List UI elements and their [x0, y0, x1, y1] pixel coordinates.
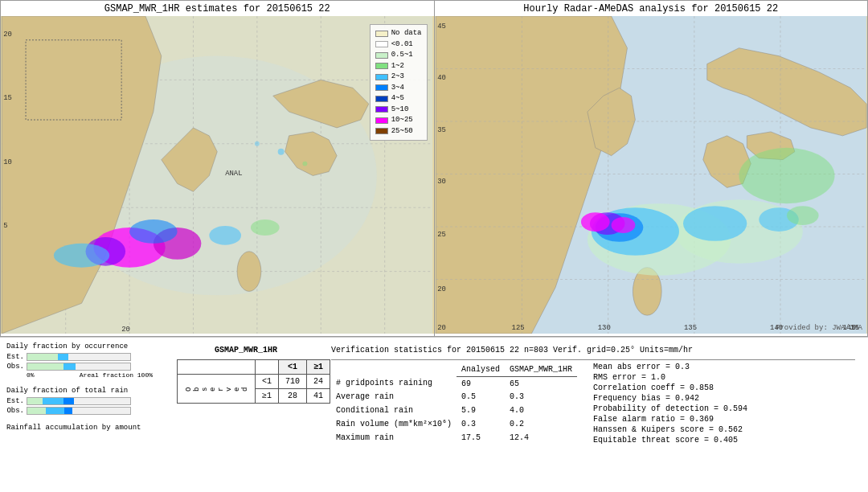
chart-title-1: Daily fraction by occurrence — [6, 342, 167, 351]
legend-label-3-4: 3~4 — [391, 83, 404, 94]
legend-color-5-10 — [375, 106, 388, 113]
svg-text:130: 130 — [597, 324, 610, 332]
stat-ets: Equitable threat score = 0.405 — [593, 436, 747, 445]
contingency-panel: GSMAP_MWR_1HR <1 ≥1 Observed <1 710 24 ≥… — [174, 342, 318, 487]
stat-hk: Hanssen & Kuipers score = 0.562 — [593, 425, 747, 434]
stat-corr: Correlation coeff = 0.858 — [593, 383, 747, 392]
est-bar-row-1: Est. — [6, 353, 167, 361]
est-label-1: Est. — [6, 353, 24, 361]
svg-rect-24 — [26, 40, 121, 120]
svg-text:10: 10 — [3, 158, 12, 166]
legend-1-2: 1~2 — [375, 61, 422, 72]
legend-label-4-5: 4~5 — [391, 93, 404, 105]
legend-color-05-1 — [375, 52, 388, 59]
legend-label-1-2: 1~2 — [391, 61, 404, 72]
est-bar-cyan-1 — [58, 354, 68, 360]
legend-label-lt001: <0.01 — [391, 39, 413, 51]
legend-color-10-25 — [375, 117, 388, 124]
stats-val2-3: 0.2 — [505, 417, 577, 432]
legend-05-1: 0.5~1 — [375, 50, 422, 61]
svg-point-15 — [154, 228, 202, 260]
svg-text:ANAL: ANAL — [225, 170, 242, 178]
svg-point-18 — [209, 226, 241, 245]
table-row-lt1: Observed <1 710 24 — [178, 375, 330, 389]
svg-text:20: 20 — [437, 324, 446, 332]
legend-label-5-10: 5~10 — [391, 105, 409, 116]
stats-row-1: Average rain 0.5 0.3 — [331, 390, 577, 404]
col-header-gsmap: GSMAP_MWR_1HR — [505, 363, 577, 376]
stats-val2-4: 12.4 — [505, 431, 577, 445]
obs-label-1: Obs. — [6, 363, 24, 371]
svg-point-14 — [93, 228, 165, 268]
obs-bar-green-2 — [27, 408, 46, 414]
obs-label-2: Obs. — [6, 407, 24, 415]
est-bar-blue-2 — [63, 398, 74, 404]
svg-point-16 — [85, 237, 125, 266]
legend-color-4-5 — [375, 96, 388, 102]
svg-point-47 — [595, 213, 643, 242]
stats-val1-3: 0.3 — [457, 417, 505, 432]
left-map-title: GSMAP_MWR_1HR estimates for 20150615 22 — [1, 1, 434, 16]
svg-point-19 — [251, 219, 280, 236]
stats-val1-0: 69 — [457, 376, 505, 390]
svg-point-45 — [591, 207, 678, 256]
svg-text:45: 45 — [437, 23, 446, 31]
svg-text:15: 15 — [3, 94, 12, 102]
svg-text:20: 20 — [3, 31, 12, 39]
stats-header-row: Analysed GSMAP_MWR_1HR — [331, 363, 577, 376]
legend-2-3: 2~3 — [375, 72, 422, 83]
cell-lt1-lt1: 710 — [279, 375, 307, 389]
chart-title-2: Daily fraction of total rain — [6, 387, 167, 395]
svg-text:40: 40 — [437, 74, 446, 82]
legend-3-4: 3~4 — [375, 83, 422, 94]
legend-color-nodata — [375, 31, 388, 37]
stats-val1-1: 0.5 — [457, 390, 505, 404]
chart-section-1: Daily fraction by occurrence Est. Obs. — [6, 342, 167, 379]
est-bar-container-1 — [27, 353, 131, 361]
legend-label-nodata: No data — [391, 28, 422, 39]
svg-point-13 — [237, 252, 261, 292]
stats-label-0: # gridpoints raining — [331, 376, 457, 390]
svg-point-32 — [633, 268, 661, 316]
svg-point-48 — [589, 212, 624, 235]
stat-freq-bias: Frequency bias = 0.942 — [593, 394, 747, 403]
col-header-lt1: <1 — [279, 360, 307, 375]
stats-row-0: # gridpoints raining 69 65 — [331, 376, 577, 390]
svg-point-46 — [682, 206, 746, 241]
maps-row: GSMAP_MWR_1HR estimates for 20150615 22 — [0, 0, 868, 338]
stats-divider — [331, 359, 855, 360]
svg-point-20 — [129, 219, 178, 244]
contingency-title: GSMAP_MWR_1HR — [177, 346, 315, 355]
stats-label-1: Average rain — [331, 390, 457, 404]
table-header-row: <1 ≥1 — [178, 360, 330, 375]
svg-point-17 — [54, 244, 109, 268]
legend-label-10-25: 10~25 — [391, 115, 413, 126]
legend-lt001: <0.01 — [375, 39, 422, 51]
svg-marker-1 — [2, 16, 432, 334]
est-bar-container-2 — [27, 397, 131, 405]
obs-bar-green-1 — [27, 363, 63, 370]
chart-section-2: Daily fraction of total rain Est. Obs. — [6, 387, 167, 416]
legend-color-3-4 — [375, 84, 388, 91]
svg-point-43 — [675, 199, 803, 263]
svg-point-2 — [58, 56, 377, 296]
stats-val1-4: 17.5 — [457, 431, 505, 445]
svg-text:25: 25 — [437, 231, 446, 239]
svg-point-22 — [302, 162, 307, 166]
svg-text:125: 125 — [511, 324, 524, 332]
legend-5-10: 5~10 — [375, 105, 422, 116]
svg-text:35: 35 — [437, 126, 446, 134]
legend-color-lt001 — [375, 41, 388, 47]
stats-row-4: Maximum rain 17.5 12.4 — [331, 431, 577, 445]
empty-header — [331, 363, 457, 376]
charts-panel: Daily fraction by occurrence Est. Obs. — [6, 342, 167, 487]
svg-rect-0 — [2, 16, 432, 334]
legend-color-1-2 — [375, 63, 388, 69]
row-ge1-label: ≥1 — [256, 389, 279, 404]
stats-label-4: Maximum rain — [331, 431, 457, 445]
stats-content: Analysed GSMAP_MWR_1HR # gridpoints rain… — [331, 363, 855, 445]
stats-val2-0: 65 — [505, 376, 577, 390]
stat-rms: RMS error = 1.0 — [593, 373, 747, 382]
stats-panel: Verification statistics for 20150615 22 … — [325, 342, 862, 487]
svg-point-51 — [759, 207, 799, 232]
